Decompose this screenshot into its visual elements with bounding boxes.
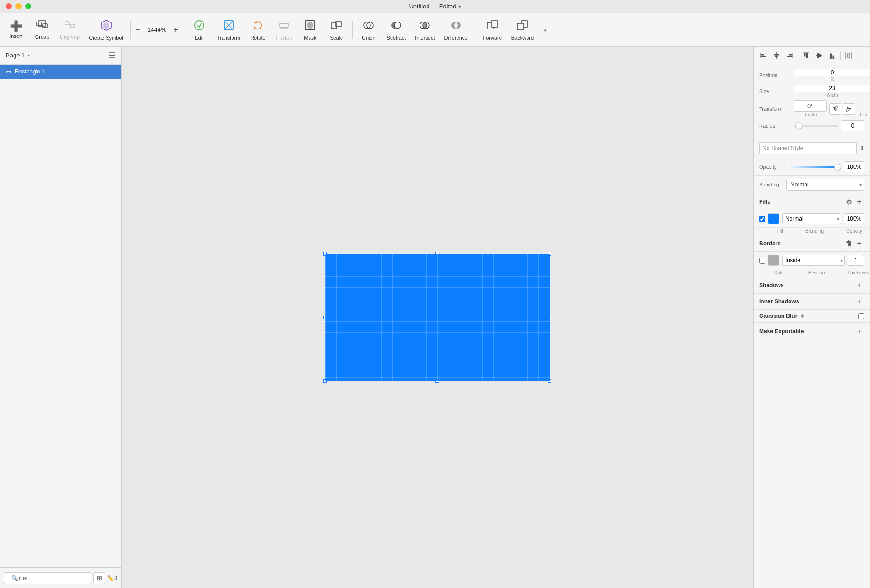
svg-rect-46 [833, 56, 834, 59]
toolbar-sep-4 [475, 21, 475, 39]
svg-rect-48 [852, 52, 853, 59]
align-middle-v-button[interactable] [813, 50, 825, 62]
flip-v-button[interactable] [843, 103, 855, 115]
gaussian-blur-checkbox[interactable] [858, 313, 864, 319]
align-bottom-button[interactable] [826, 50, 838, 62]
align-top-button[interactable] [800, 50, 812, 62]
subtract-label: Subtract [386, 35, 406, 41]
window-title: Untitled — Edited [409, 3, 456, 10]
fills-settings-button[interactable]: ⚙ [844, 197, 854, 207]
toolbar-sep-1 [130, 21, 131, 39]
fill-enabled-checkbox[interactable] [759, 216, 765, 222]
border-sub-labels: Color Position Thickness [754, 269, 870, 277]
difference-label: Difference [444, 35, 468, 41]
rectangle-1[interactable] [325, 254, 550, 381]
x-input[interactable] [794, 69, 870, 76]
scale-icon [330, 19, 342, 33]
group-button[interactable]: Group [30, 17, 54, 43]
svg-rect-30 [761, 54, 764, 56]
width-input[interactable] [794, 85, 870, 92]
flip-buttons [829, 103, 855, 115]
mask-label: Mask [304, 35, 316, 41]
intersect-button[interactable]: Intersect [411, 16, 438, 43]
canvas[interactable] [122, 47, 753, 588]
close-button[interactable] [6, 3, 12, 9]
fill-type-select[interactable]: Normal Darken Multiply Lighten Screen [782, 213, 841, 224]
backward-icon [516, 19, 529, 33]
transform-button[interactable]: Transform [213, 16, 244, 43]
opacity-slider[interactable] [786, 166, 840, 168]
shared-style-select[interactable]: No Shared Style [759, 142, 857, 154]
transform-label: Transform [217, 35, 240, 41]
inner-shadows-add-button[interactable]: + [854, 296, 864, 307]
scale-button[interactable]: Scale [324, 16, 348, 43]
subtract-button[interactable]: Subtract [383, 16, 409, 43]
radius-thumb[interactable] [796, 122, 802, 129]
svg-rect-26 [491, 21, 498, 27]
fills-add-button[interactable]: + [854, 197, 864, 207]
ungroup-button[interactable]: Ungroup [56, 17, 83, 43]
borders-add-button[interactable]: + [854, 238, 864, 249]
insert-layer-button[interactable]: ⊞ [93, 572, 105, 584]
radius-slider[interactable] [794, 125, 838, 127]
make-exportable-add-button[interactable]: + [854, 326, 864, 337]
gaussian-blur-row: Gaussian Blur ⬍ [754, 310, 870, 323]
fill-row: Normal Darken Multiply Lighten Screen ▾ [754, 210, 870, 228]
zoom-in-button[interactable]: + [173, 26, 179, 34]
radius-label: Radius [759, 123, 791, 129]
fill-sub-labels: Fill Blending Opacity [754, 228, 870, 236]
opacity-input[interactable] [844, 161, 864, 172]
opacity-thumb[interactable] [834, 164, 841, 170]
shadows-add-button[interactable]: + [854, 280, 864, 290]
border-enabled-checkbox[interactable] [759, 258, 765, 264]
layer-item[interactable]: ▭ Rectangle 1 [0, 65, 121, 79]
border-position-select[interactable]: Inside Center Outside [782, 255, 845, 266]
align-sep-1 [798, 51, 798, 60]
more-label: » [543, 26, 547, 34]
maximize-button[interactable] [25, 3, 31, 9]
fill-opacity-input[interactable] [844, 213, 864, 224]
align-center-h-button[interactable] [770, 50, 783, 62]
insert-button[interactable]: ➕ Insert [4, 18, 28, 42]
edit-button[interactable]: Edit [187, 16, 211, 43]
rotate-button[interactable]: Rotate [246, 16, 270, 43]
pages-chevron-icon[interactable]: ▾ [28, 53, 30, 58]
border-color-swatch[interactable] [768, 255, 779, 266]
more-button[interactable]: » [539, 23, 551, 36]
align-left-button[interactable] [757, 50, 769, 62]
union-button[interactable]: Union [356, 16, 381, 43]
svg-rect-10 [280, 23, 288, 27]
flip-h-button[interactable] [829, 103, 841, 115]
zoom-out-button[interactable]: − [135, 26, 141, 34]
rotate-icon [252, 19, 264, 33]
create-symbol-button[interactable]: Create Symbol [85, 16, 127, 43]
size-label: Size [759, 88, 791, 94]
svg-rect-0 [37, 22, 42, 26]
difference-button[interactable]: Difference [441, 16, 471, 43]
right-panel: Position X Y Size [753, 47, 870, 588]
edit-icon [193, 19, 205, 33]
align-right-button[interactable] [783, 50, 796, 62]
add-page-button[interactable]: ☰ [108, 50, 116, 61]
forward-button[interactable]: Forward [479, 16, 505, 43]
forward-label: Forward [483, 35, 501, 41]
borders-delete-button[interactable]: 🗑 [844, 238, 854, 249]
svg-rect-49 [847, 54, 850, 57]
gaussian-stepper-icon[interactable]: ⬍ [800, 314, 804, 319]
svg-rect-33 [774, 54, 779, 56]
left-panel: Page 1 ▾ ☰ ▭ Rectangle 1 🔍 ⊞ ✏️0 [0, 47, 122, 588]
fill-color-swatch[interactable] [768, 213, 779, 224]
backward-button[interactable]: Backward [507, 16, 537, 43]
border-thickness-input[interactable] [848, 255, 864, 266]
forward-icon [486, 19, 499, 33]
flatten-button[interactable]: Flatten [272, 16, 296, 43]
group-icon [36, 20, 48, 32]
x-label: X [794, 77, 870, 82]
distribute-h-button[interactable] [842, 50, 855, 62]
mask-button[interactable]: Mask [298, 16, 322, 43]
radius-input[interactable] [841, 120, 864, 131]
rotate-input[interactable] [794, 100, 826, 112]
blending-select[interactable]: Normal Darken Multiply Lighten Screen Ov… [786, 179, 864, 191]
minimize-button[interactable] [15, 3, 22, 9]
window-controls[interactable] [6, 3, 31, 9]
